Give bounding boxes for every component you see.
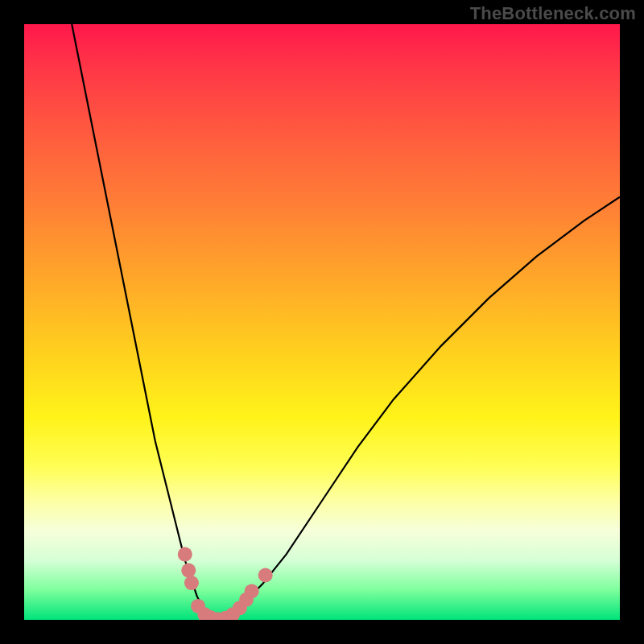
curve-marker xyxy=(184,576,199,590)
curve-marker xyxy=(245,584,259,598)
plot-area xyxy=(24,24,620,620)
chart-frame: TheBottleneck.com xyxy=(0,0,644,644)
right-curve xyxy=(221,197,620,620)
curve-layer xyxy=(24,24,620,620)
curve-marker xyxy=(178,547,192,562)
curve-marker xyxy=(181,564,196,578)
curve-marker xyxy=(258,568,273,583)
marker-group xyxy=(178,547,273,620)
watermark-text: TheBottleneck.com xyxy=(470,3,636,24)
left-curve xyxy=(72,24,221,620)
